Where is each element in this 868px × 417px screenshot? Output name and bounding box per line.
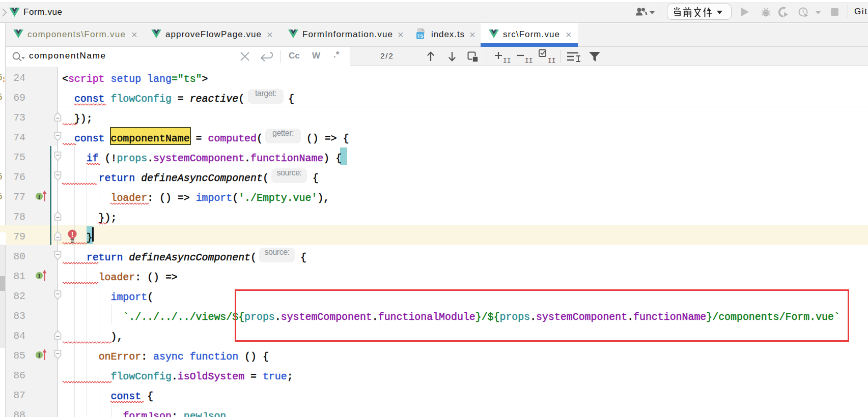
svg-text:II: II xyxy=(525,57,533,65)
svg-text:II: II xyxy=(548,57,556,65)
svg-text:II: II xyxy=(503,57,511,65)
svg-text:I: I xyxy=(38,273,41,279)
svg-text:I: I xyxy=(38,193,41,199)
svg-text:TS: TS xyxy=(417,33,423,39)
svg-text:I: I xyxy=(38,352,41,358)
